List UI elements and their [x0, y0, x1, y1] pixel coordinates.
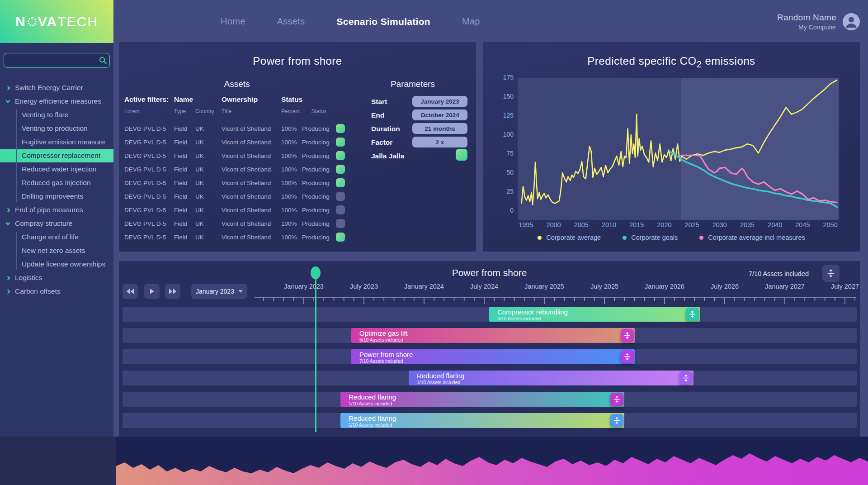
resize-handle[interactable]: [610, 393, 623, 406]
wave-chart: [0, 437, 868, 485]
cell-name: DEVG PVL D-5: [124, 139, 174, 146]
tree-item-logistics[interactable]: Logistics: [0, 271, 113, 285]
tree-item-change-end-of-life[interactable]: Change end of life: [0, 230, 113, 244]
user-name: Random Name: [777, 13, 836, 23]
gantt-bar-reduced-flaring[interactable]: Reduced flaring1/10 Assets included: [409, 371, 693, 385]
asset-toggle[interactable]: [336, 138, 345, 147]
cell-title: Vicont of Shetland: [222, 234, 281, 241]
asset-toggle[interactable]: [336, 219, 345, 228]
asset-toggle[interactable]: [336, 233, 345, 242]
resize-handle[interactable]: [621, 329, 634, 342]
assets-table-header: Active filters: Name Ownership Status Lo…: [124, 95, 355, 114]
cell-country: UK: [195, 234, 222, 241]
asset-toggle[interactable]: [336, 178, 345, 187]
legend-dot: [699, 236, 703, 240]
nav-tab-scenario-simulation[interactable]: Scenario Simulation: [336, 16, 430, 27]
gantt-bar-reduced-flaring[interactable]: Reduced flaring1/10 Assets included: [340, 413, 624, 428]
logo-dotted-o-icon: [28, 17, 37, 26]
legend-item-corporate-goals[interactable]: Corporate goals: [623, 234, 678, 241]
cell-toggle: [336, 165, 349, 174]
tree-item-switch-energy-carrier[interactable]: Switch Energy Carrier: [0, 81, 113, 95]
gantt-bar-subtitle: 7/10 Assets included: [359, 358, 635, 364]
cell-type: Field: [174, 152, 195, 159]
asset-toggle[interactable]: [336, 205, 345, 214]
nav-tab-map[interactable]: Map: [462, 16, 480, 27]
legend-item-corporate-average[interactable]: Corporate average: [538, 234, 601, 241]
tree-item-venting-to-production[interactable]: Venting to production: [0, 122, 113, 135]
tree-item-label: Logistics: [15, 274, 42, 282]
search-input[interactable]: [4, 53, 96, 67]
asset-toggle[interactable]: [336, 192, 345, 201]
resize-handle[interactable]: [679, 371, 693, 385]
avatar-icon[interactable]: [843, 13, 860, 30]
cell-title: Vicont of Shetland: [222, 166, 281, 173]
cell-type: Field: [174, 234, 195, 241]
search-box: [4, 53, 110, 68]
resize-handle[interactable]: [610, 414, 623, 427]
asset-toggle[interactable]: [336, 165, 345, 174]
vertical-arrows-icon: [613, 417, 621, 424]
nav-tab-home[interactable]: Home: [221, 16, 245, 27]
playhead-handle[interactable]: [311, 266, 321, 279]
cell-percent: 100%: [281, 139, 302, 146]
tree-item-reduced-gas-injection[interactable]: Reduced gas injection: [0, 176, 113, 190]
chart-legend: Corporate averageCorporate goalsCorporat…: [483, 234, 860, 241]
table-row[interactable]: DEVG PVL D-5FieldUKVicont of Shetland100…: [124, 176, 355, 190]
cell-percent: 100%: [281, 152, 302, 159]
asset-toggle[interactable]: [336, 151, 345, 160]
table-row[interactable]: DEVG PVL D-5FieldUKVicont of Shetland100…: [124, 149, 355, 162]
cell-name: DEVG PVL D-5: [124, 125, 174, 132]
table-row[interactable]: DEVG PVL D-5FieldUKVicont of Shetland100…: [124, 203, 355, 217]
vertical-arrows-icon: [613, 395, 621, 403]
cell-title: Vicont of Shetland: [222, 125, 281, 132]
tree-item-carbon-offsets[interactable]: Carbon offsets: [0, 285, 113, 298]
resize-handle[interactable]: [621, 350, 634, 363]
legend-item-corporate-average-incl-measures[interactable]: Corporate average incl measures: [699, 234, 805, 241]
table-row[interactable]: DEVG PVL D-5FieldUKVicont of Shetland100…: [124, 135, 355, 149]
jalla-jalla-checkbox[interactable]: [456, 149, 467, 161]
param-label: End: [371, 111, 384, 119]
table-row[interactable]: DEVG PVL D-5FieldUKVicont of Shetland100…: [124, 217, 355, 230]
tree-item-new-net-zero-assets[interactable]: New net zero assets: [0, 244, 113, 257]
table-row[interactable]: DEVG PVL D-5FieldUKVicont of Shetland100…: [124, 122, 355, 135]
cell-title: Vicont of Shetland: [222, 220, 281, 227]
tree-item-compray-structure[interactable]: Compray structure: [0, 217, 113, 230]
param-value-button[interactable]: October 2024: [412, 109, 467, 120]
brand-mid: VA: [38, 14, 57, 29]
brand-logo[interactable]: NVATECH: [0, 0, 113, 43]
cell-percent: 100%: [281, 220, 302, 227]
tree-item-venting-to-flare[interactable]: Venting to flare: [0, 108, 113, 122]
param-value-button[interactable]: January 2023: [412, 96, 467, 107]
gantt-bar-title: Compressor rebundling: [497, 308, 700, 316]
table-row[interactable]: DEVG PVL D-5FieldUKVicont of Shetland100…: [124, 190, 355, 203]
resize-handle[interactable]: [686, 308, 699, 321]
subcol-status: Status: [302, 108, 336, 114]
tree-item-update-license-ownerships[interactable]: Update license ownerships: [0, 257, 113, 271]
tree-item-end-of-pipe-measures[interactable]: End of pipe measures: [0, 203, 113, 217]
table-row[interactable]: DEVG PVL D-5FieldUKVicont of Shetland100…: [124, 162, 355, 176]
tree-item-reduced-water-injection[interactable]: Reduced water injection: [0, 162, 113, 176]
param-value-button[interactable]: 21 months: [412, 123, 467, 134]
nav-tab-assets[interactable]: Assets: [277, 16, 305, 27]
tree-children: Venting to flareVenting to productionFug…: [0, 108, 113, 203]
tree-item-fugitive-emission-measure[interactable]: Fugitive emission measure: [0, 135, 113, 149]
tree-item-compressor-replacement[interactable]: Compressor replacement: [0, 149, 113, 162]
asset-toggle[interactable]: [336, 124, 345, 133]
search-icon[interactable]: [96, 56, 109, 65]
cell-percent: 100%: [281, 180, 302, 186]
tree-item-drilling-improveents[interactable]: Drilling improveents: [0, 190, 113, 203]
gantt-bar-optimize-gas-lift[interactable]: Optimize gas lift5/10 Assets included: [351, 328, 635, 343]
y-tick-label: 175: [486, 74, 514, 81]
cell-status: Producing: [302, 166, 336, 173]
gantt-bar-power-from-shore[interactable]: Power from shore7/10 Assets included: [351, 349, 635, 364]
user-block[interactable]: Random Name My Computer: [777, 0, 860, 43]
y-tick-label: 50: [486, 169, 514, 176]
tree-item-label: Switch Energy Carrier: [15, 84, 83, 92]
gantt-bar-compressor-rebundling[interactable]: Compressor rebundling3/10 Assets include…: [489, 307, 700, 322]
cell-name: DEVG PVL D-5: [124, 193, 174, 200]
table-row[interactable]: DEVG PVL D-5FieldUKVicont of Shetland100…: [124, 230, 355, 244]
param-value-button[interactable]: 2 x: [412, 137, 467, 147]
chevron-right-icon: [6, 86, 10, 90]
tree-item-energy-efficience-measures[interactable]: Energy efficience measures: [0, 95, 113, 108]
gantt-bar-reduced-flaring[interactable]: Reduced flaring1/10 Assets included: [340, 392, 624, 407]
